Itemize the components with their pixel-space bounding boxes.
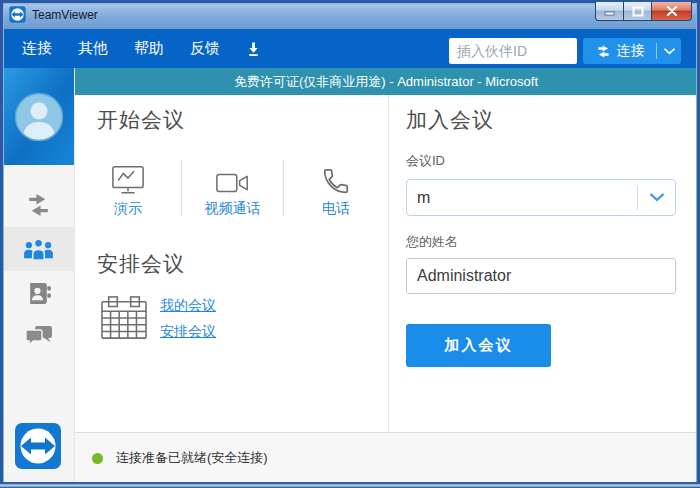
your-name-label: 您的姓名 xyxy=(406,233,458,251)
menu-connect[interactable]: 连接 xyxy=(22,39,52,58)
status-ready-dot xyxy=(92,453,103,464)
menu-help[interactable]: 帮助 xyxy=(134,39,164,58)
address-book-icon xyxy=(26,281,52,306)
meeting-id-combobox xyxy=(406,179,676,216)
window-title: TeamViewer xyxy=(32,8,98,22)
schedule-meeting-title: 安排会议 xyxy=(97,250,185,278)
user-avatar-icon xyxy=(14,92,64,142)
connect-dropdown-button[interactable] xyxy=(657,38,681,64)
meeting-id-dropdown-button[interactable] xyxy=(638,180,675,215)
license-banner: 免费许可证(仅非商业用途) - Administrator - Microsof… xyxy=(75,68,697,95)
connect-split-button: 连接 xyxy=(583,38,681,64)
schedule-meeting-link[interactable]: 安排会议 xyxy=(160,323,216,341)
action-presentation[interactable]: 演示 xyxy=(75,158,181,218)
presentation-monitor-icon xyxy=(111,164,145,196)
menu-extras[interactable]: 其他 xyxy=(78,39,108,58)
partner-id-input[interactable] xyxy=(449,38,577,64)
sidebar xyxy=(3,68,75,485)
action-video-call[interactable]: 视频通话 xyxy=(182,158,283,218)
meeting-panel: 开始会议 演示 xyxy=(75,95,388,432)
people-group-icon xyxy=(23,237,54,262)
minimize-button[interactable] xyxy=(595,2,624,21)
sidebar-item-contacts[interactable] xyxy=(3,271,74,315)
sidebar-nav xyxy=(3,165,74,359)
minimize-icon xyxy=(604,6,616,16)
action-phone[interactable]: 电话 xyxy=(284,158,388,218)
teamviewer-logo-icon xyxy=(9,6,26,23)
license-banner-text: 免费许可证(仅非商业用途) - Administrator - Microsof… xyxy=(234,73,538,91)
join-meeting-panel: 加入会议 会议ID 您的姓名 加入会议 xyxy=(388,95,697,432)
chat-bubbles-icon xyxy=(25,325,53,349)
sidebar-item-meeting[interactable] xyxy=(3,227,74,271)
your-name-input[interactable] xyxy=(406,258,676,294)
sidebar-item-chat[interactable] xyxy=(3,315,74,359)
teamviewer-window: TeamViewer 连接 其他 帮助 反馈 xyxy=(0,0,700,488)
status-text: 连接准备已就绪(安全连接) xyxy=(116,449,268,467)
close-button[interactable] xyxy=(652,2,692,21)
chevron-down-icon xyxy=(664,48,675,55)
window-controls xyxy=(595,2,692,21)
account-panel[interactable] xyxy=(3,68,74,165)
start-meeting-actions: 演示 视频通话 电话 xyxy=(75,158,388,218)
calendar-icon xyxy=(100,295,148,341)
phone-icon xyxy=(321,166,351,196)
meeting-id-label: 会议ID xyxy=(406,152,445,170)
meeting-id-input[interactable] xyxy=(407,189,637,207)
swap-arrows-icon xyxy=(25,194,52,216)
schedule-meeting-block: 我的会议 安排会议 xyxy=(100,295,216,341)
phone-label[interactable]: 电话 xyxy=(322,200,350,218)
menu-feedback[interactable]: 反馈 xyxy=(190,39,220,58)
my-meetings-link[interactable]: 我的会议 xyxy=(160,297,216,315)
download-menu-button[interactable] xyxy=(246,41,261,57)
maximize-button[interactable] xyxy=(624,2,652,21)
status-bar: 连接准备已就绪(安全连接) xyxy=(75,432,697,483)
chevron-down-icon xyxy=(650,193,664,202)
connect-button[interactable]: 连接 xyxy=(583,38,656,64)
join-meeting-button[interactable]: 加入会议 xyxy=(406,324,551,367)
teamviewer-logo-large xyxy=(14,422,62,470)
connect-button-label: 连接 xyxy=(617,42,645,60)
sidebar-item-remote-control[interactable] xyxy=(3,183,74,227)
download-icon xyxy=(246,41,261,57)
video-call-label[interactable]: 视频通话 xyxy=(205,200,261,218)
presentation-label[interactable]: 演示 xyxy=(114,200,142,218)
close-icon xyxy=(666,6,678,16)
maximize-icon xyxy=(632,6,644,17)
swap-arrows-icon xyxy=(595,45,612,58)
join-meeting-title: 加入会议 xyxy=(406,106,494,134)
start-meeting-title: 开始会议 xyxy=(97,106,185,134)
video-camera-icon xyxy=(215,170,251,196)
